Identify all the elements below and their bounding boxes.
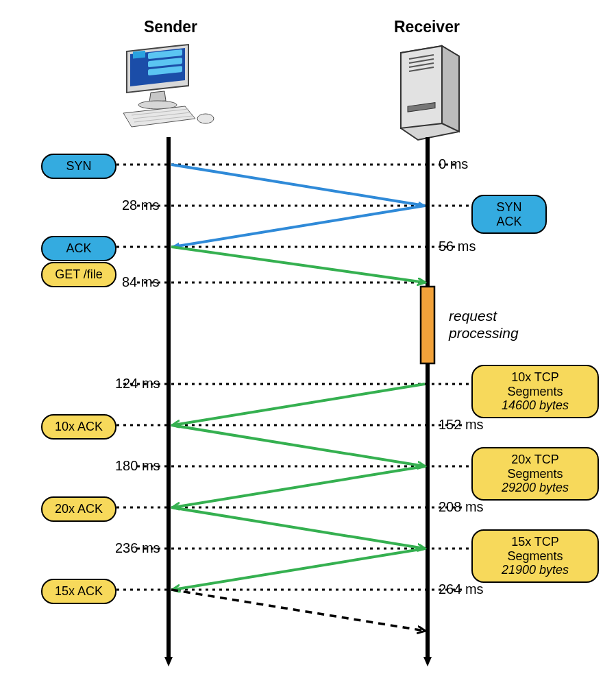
arrow-ack3-dashed — [171, 590, 425, 631]
arrow-synack — [173, 206, 425, 247]
svg-point-8 — [197, 114, 214, 123]
ts-180: 180 ms — [115, 458, 160, 474]
pill-ack2: 20x ACK — [41, 496, 116, 522]
diagram-canvas: Sender Receiver — [0, 0, 616, 685]
ts-236: 236 ms — [115, 540, 160, 556]
server-icon — [401, 46, 459, 140]
arrow-syn — [171, 165, 425, 206]
ts-152: 152 ms — [439, 417, 484, 433]
arrow-seg1 — [173, 384, 425, 425]
ts-208: 208 ms — [439, 499, 484, 515]
pill-seg3-line2: 21900 bytes — [482, 563, 588, 577]
computer-icon — [123, 45, 214, 127]
arrow-seg2 — [173, 466, 425, 507]
arrow-ack2 — [171, 507, 425, 549]
pill-seg1: 10x TCP Segments 14600 bytes — [471, 365, 599, 418]
ts-28: 28 ms — [122, 197, 159, 213]
ts-0: 0 ms — [439, 156, 468, 172]
pill-seg1-line1: 10x TCP Segments — [507, 370, 563, 398]
tick-lines — [103, 165, 497, 590]
svg-rect-0 — [133, 51, 145, 59]
pill-seg2: 20x TCP Segments 29200 bytes — [471, 447, 599, 501]
ts-84: 84 ms — [122, 274, 159, 290]
pill-seg2-line1: 20x TCP Segments — [507, 453, 563, 481]
arrow-ack-get — [171, 247, 425, 283]
arrow-ack1 — [171, 425, 425, 466]
processing-bar — [421, 287, 434, 363]
pill-seg3: 15x TCP Segments 21900 bytes — [471, 529, 599, 583]
pill-seg3-line1: 15x TCP Segments — [507, 535, 563, 563]
pill-seg1-line2: 14600 bytes — [482, 398, 588, 413]
pill-ack1: 10x ACK — [41, 414, 116, 440]
ts-124: 124 ms — [115, 376, 160, 392]
pill-seg2-line2: 29200 bytes — [482, 481, 588, 495]
pill-get: GET /file — [41, 262, 116, 287]
request-processing-label: request processing — [449, 307, 519, 341]
arrow-seg3 — [173, 549, 425, 590]
ts-56: 56 ms — [439, 239, 476, 254]
pill-synack: SYN ACK — [471, 195, 547, 234]
pill-ack3: 15x ACK — [41, 579, 116, 604]
ts-264: 264 ms — [439, 581, 484, 597]
pill-syn: SYN — [41, 154, 116, 179]
pill-ack: ACK — [41, 236, 116, 261]
